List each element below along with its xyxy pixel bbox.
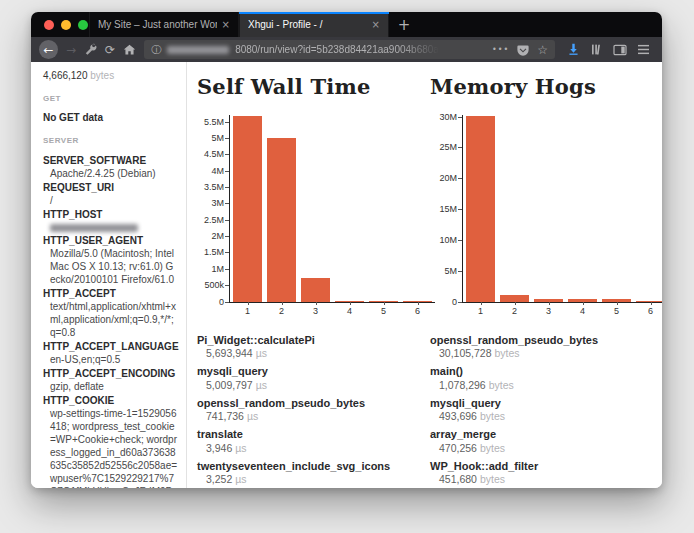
memory-total-unit: bytes	[90, 70, 114, 81]
function-value: 741,736 µs	[197, 410, 428, 423]
forward-button[interactable]: →	[66, 43, 76, 57]
function-link[interactable]: array_merge	[430, 427, 661, 441]
server-value: gzip, deflate	[43, 380, 178, 393]
function-value: 493,696 bytes	[430, 410, 661, 423]
library-icon[interactable]	[590, 43, 603, 56]
function-link[interactable]: translate	[197, 427, 428, 441]
function-link[interactable]: WP_Hook::add_filter	[430, 459, 661, 473]
server-value: wp-settings-time-1=1529056418; wordpress…	[43, 407, 178, 488]
x-tick-label: 5	[367, 306, 401, 316]
x-tick-label: 3	[532, 306, 566, 316]
wrench-icon[interactable]	[84, 43, 97, 56]
chart-bar[interactable]	[636, 301, 662, 302]
function-value: 1,078,296 bytes	[430, 379, 661, 392]
y-tick-label: 3M	[197, 198, 224, 209]
function-item: WP_Hook::add_filter451,680 bytes	[430, 459, 661, 486]
zoom-window-button[interactable]	[78, 20, 88, 30]
chart-bar[interactable]	[500, 295, 529, 302]
y-tick-label: 10M	[430, 235, 457, 246]
function-value: 5,693,944 µs	[197, 347, 428, 360]
pocket-icon[interactable]	[517, 44, 529, 56]
function-item: twentyseventeen_include_svg_icons3,252 µ…	[197, 459, 428, 486]
get-empty-text: No GET data	[43, 111, 178, 124]
y-tick-label: 5M	[197, 133, 224, 144]
chart-title: Self Wall Time	[197, 74, 428, 99]
function-unit: µs	[256, 379, 267, 391]
server-key: HTTP_USER_AGENT	[43, 234, 178, 247]
y-tick-label: 4.5M	[197, 149, 224, 160]
function-list: openssl_random_pseudo_bytes30,105,728 by…	[430, 333, 661, 488]
x-tick-label: 5	[600, 306, 634, 316]
function-value: 3,946 µs	[197, 442, 428, 455]
url-text: 8080/run/view?id=5b238d84421aa9004b680a	[235, 44, 439, 55]
function-link[interactable]: twentyseventeen_include_svg_icons	[197, 459, 428, 473]
function-item: mysqli_query5,009,797 µs	[197, 364, 428, 391]
function-link[interactable]: openssl_random_pseudo_bytes	[430, 333, 661, 347]
tab-close-icon[interactable]: ×	[222, 19, 230, 30]
function-item: translate3,946 µs	[197, 427, 428, 454]
y-tick-label: 30M	[430, 112, 457, 123]
chart-bar[interactable]	[466, 116, 495, 302]
page-content: 4,666,120 bytes GET No GET data SERVER S…	[31, 62, 662, 488]
function-unit: µs	[235, 473, 246, 485]
server-key: HTTP_ACCEPT_ENCODING	[43, 367, 178, 380]
server-key: REQUEST_URI	[43, 181, 178, 194]
chart-bar[interactable]	[233, 116, 262, 302]
function-value: 30,105,728 bytes	[430, 347, 661, 360]
minimize-window-button[interactable]	[61, 20, 71, 30]
back-button[interactable]: ←	[39, 40, 58, 59]
function-link[interactable]: mysqli_query	[197, 364, 428, 378]
server-value: text/html,application/xhtml+xml,applicat…	[43, 300, 178, 339]
function-unit: µs	[247, 410, 258, 422]
get-section-heading: GET	[43, 94, 178, 104]
url-bar[interactable]: ⓘ 8080/run/view?id=5b238d84421aa9004b680…	[144, 40, 555, 59]
function-link[interactable]: openssl_random_pseudo_bytes	[197, 396, 428, 410]
x-tick-label: 2	[265, 306, 299, 316]
tab-xhgui-profile[interactable]: Xhgui - Profile - / ×	[239, 12, 389, 37]
url-host-redacted	[167, 46, 229, 54]
new-tab-button[interactable]: +	[389, 12, 419, 37]
function-value: 451,680 bytes	[430, 473, 661, 486]
tab-title: Xhgui - Profile - /	[248, 19, 367, 30]
function-unit: bytes	[494, 347, 519, 359]
memory-total-value: 4,666,120	[43, 70, 88, 81]
server-section-heading: SERVER	[43, 136, 178, 146]
chart: 05M10M15M20M25M30M123456	[462, 115, 661, 303]
plot-area: 05M10M15M20M25M30M123456	[462, 115, 662, 303]
reload-icon[interactable]: ⟳	[105, 43, 115, 57]
function-item: array_merge470,256 bytes	[430, 427, 661, 454]
home-icon[interactable]	[123, 43, 136, 56]
function-link[interactable]: mysqli_query	[430, 396, 661, 410]
sidebar-toggle-icon[interactable]	[613, 44, 627, 56]
page-actions-icon[interactable]: •••	[492, 45, 509, 54]
request-info-sidebar: 4,666,120 bytes GET No GET data SERVER S…	[31, 62, 187, 488]
tab-close-icon[interactable]: ×	[372, 19, 380, 30]
x-tick-label: 2	[498, 306, 532, 316]
server-key: HTTP_ACCEPT	[43, 287, 178, 300]
navigation-toolbar: ← → ⟳ ⓘ 8080/run/view?id=5b238d84421aa90…	[31, 37, 662, 62]
y-tick-label: 2M	[197, 231, 224, 242]
y-tick-label: 4M	[197, 166, 224, 177]
x-tick-label: 6	[634, 306, 663, 316]
bookmark-star-icon[interactable]: ☆	[537, 43, 548, 57]
site-info-icon[interactable]: ⓘ	[151, 43, 161, 57]
y-tick-label: 2.5M	[197, 215, 224, 226]
y-tick-label: 1M	[197, 264, 224, 275]
chart-bar[interactable]	[267, 138, 296, 302]
chart-title: Memory Hogs	[430, 74, 661, 99]
function-link[interactable]: Pi_Widget::calculatePi	[197, 333, 428, 347]
server-entries: SERVER_SOFTWAREApache/2.4.25 (Debian)REQ…	[43, 154, 178, 488]
x-tick-label: 1	[464, 306, 498, 316]
close-window-button[interactable]	[44, 20, 54, 30]
download-icon[interactable]	[567, 43, 580, 56]
function-item: mysqli_query493,696 bytes	[430, 396, 661, 423]
y-tick-label: 1.5M	[197, 247, 224, 258]
function-unit: µs	[235, 442, 246, 454]
menu-hamburger-icon[interactable]	[637, 44, 650, 55]
y-tick-label: 15M	[430, 204, 457, 215]
server-key: HTTP_ACCEPT_LANGUAGE	[43, 340, 178, 353]
tab-wordpress-site[interactable]: My Site – Just another WordPress s ×	[89, 12, 239, 37]
function-unit: bytes	[480, 473, 505, 485]
function-link[interactable]: main()	[430, 364, 661, 378]
chart-bar[interactable]	[301, 278, 330, 302]
